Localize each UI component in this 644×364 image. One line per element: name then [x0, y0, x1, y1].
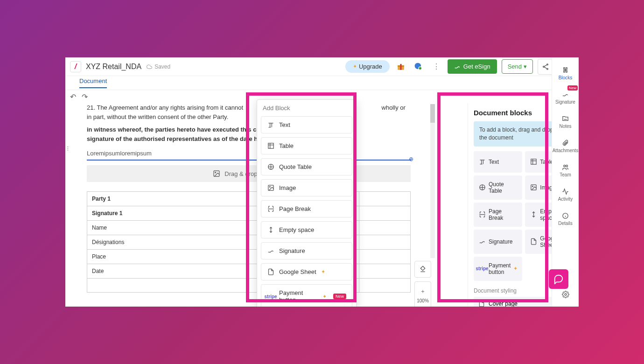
table-row: Place	[87, 250, 411, 264]
add-block-item-image[interactable]: Image	[261, 179, 352, 196]
svg-point-29	[565, 294, 567, 295]
zoom-value: 100%	[417, 298, 429, 303]
saved-indicator: Saved	[146, 63, 170, 70]
add-block-item-google-sheet[interactable]: Google Sheet✦	[261, 263, 352, 280]
quote-table-icon	[267, 163, 274, 170]
signature-icon	[267, 247, 274, 254]
svg-rect-16	[531, 159, 536, 164]
gift-icon[interactable]	[394, 60, 407, 73]
add-block-item-quote-table[interactable]: Quote Table	[261, 158, 352, 175]
svg-point-24	[564, 165, 566, 167]
fill-color-button[interactable]	[414, 261, 431, 278]
get-esign-button[interactable]: Get eSign	[448, 59, 497, 74]
svg-rect-30	[268, 143, 273, 148]
svg-point-25	[566, 165, 568, 167]
image-icon	[267, 184, 274, 191]
table-row: Désignations	[87, 235, 411, 250]
quote-table-icon	[478, 184, 486, 191]
topbar: / XYZ Retail_NDA Saved ✦ Upgrade ⋮ Get e…	[65, 57, 579, 76]
table-row: Name	[87, 221, 411, 235]
table-icon	[267, 142, 274, 149]
scrollbar-thumb[interactable]	[430, 104, 435, 123]
gear-icon	[562, 291, 569, 298]
new-badge: New	[333, 294, 346, 299]
svg-point-14	[215, 172, 216, 173]
sparkle-icon: ✦	[513, 266, 518, 272]
stripe-icon: stripe	[478, 266, 486, 271]
table-row: Signature 1	[87, 206, 411, 221]
document-content[interactable]: 21. The Agreement and/or any rights aris…	[68, 103, 429, 293]
svg-rect-2	[400, 64, 401, 70]
floating-controls: ＋ 100%	[414, 261, 431, 307]
svg-point-7	[547, 68, 548, 70]
chat-fab-button[interactable]	[549, 269, 568, 289]
add-block-popup: Add Block TextTableQuote TableImagePage …	[257, 99, 357, 307]
google-sheet-icon	[267, 268, 274, 275]
table-row	[87, 279, 411, 293]
block-card-text[interactable]: Text	[474, 151, 522, 173]
zoom-in-button[interactable]: ＋	[420, 287, 426, 295]
google-sheet-icon	[530, 238, 537, 245]
stripe-icon: stripe	[267, 294, 274, 299]
add-block-item-empty-space[interactable]: Empty space	[261, 221, 352, 238]
rail-item-attachments[interactable]: Attachments	[552, 134, 579, 158]
text-icon	[267, 121, 274, 128]
document-icon	[478, 301, 485, 307]
user-avatar-icon[interactable]	[412, 60, 425, 73]
chevron-down-icon: ▾	[524, 63, 527, 70]
table-row: Date	[87, 264, 411, 279]
rail-item-details[interactable]: Details	[552, 207, 579, 231]
upgrade-button[interactable]: ✦ Upgrade	[345, 60, 390, 73]
signature-table[interactable]: Party 1 Signature 1 Name Désignations Pl…	[87, 191, 411, 293]
svg-line-8	[544, 65, 546, 66]
table-row: Party 1	[87, 192, 411, 206]
signature-icon	[562, 91, 569, 98]
share-button[interactable]	[538, 59, 553, 75]
document-title[interactable]: XYZ Retail_NDA	[86, 63, 141, 71]
page-break-icon	[267, 205, 274, 212]
redo-button[interactable]: ↷	[82, 92, 88, 101]
add-block-item-text[interactable]: Text	[261, 116, 352, 133]
rail-item-blocks[interactable]: Blocks	[552, 61, 579, 85]
add-block-item-table[interactable]: Table	[261, 137, 352, 154]
paragraph-text: 21. The Agreement and/or any rights aris…	[87, 103, 411, 121]
image-dropzone[interactable]: Drag & drop image file	[87, 165, 411, 182]
popup-title: Add Block	[261, 105, 352, 112]
empty-space-icon	[267, 226, 274, 233]
rail-item-team[interactable]: Team	[552, 158, 579, 182]
svg-point-21	[532, 186, 533, 187]
svg-point-5	[547, 64, 548, 65]
rail-item-activity[interactable]: Activity	[552, 182, 579, 207]
scrollbar[interactable]	[430, 104, 435, 258]
app-logo-icon[interactable]: /	[70, 61, 81, 72]
svg-point-6	[543, 66, 545, 67]
overflow-menu-icon[interactable]: ⋮	[430, 60, 443, 73]
puzzle-icon	[562, 67, 569, 74]
sparkle-icon: ✦	[321, 269, 325, 275]
block-card-stripe[interactable]: stripePayment button✦	[474, 257, 522, 281]
tab-document[interactable]: Document	[79, 77, 107, 88]
app-window: / XYZ Retail_NDA Saved ✦ Upgrade ⋮ Get e…	[65, 57, 579, 307]
paragraph-bold: in witness whereof, the parties hereto h…	[87, 125, 411, 143]
notes-icon	[562, 115, 569, 122]
activity-icon	[562, 188, 569, 195]
rail-item-notes[interactable]: Notes	[552, 110, 579, 134]
table-icon	[530, 158, 537, 165]
svg-point-4	[419, 67, 422, 70]
zoom-control[interactable]: ＋ 100%	[414, 281, 431, 307]
block-card-page-break[interactable]: Page Break	[474, 203, 522, 227]
text-input-value[interactable]: Loremipsumloremipsum	[87, 150, 411, 157]
undo-button[interactable]: ↶	[70, 92, 76, 101]
document-column: 21. The Agreement and/or any rights aris…	[65, 103, 429, 307]
add-block-item-signature[interactable]: Signature	[261, 242, 352, 259]
text-icon	[478, 158, 486, 165]
image-icon	[530, 184, 537, 191]
new-badge: New	[567, 85, 578, 91]
send-button[interactable]: Send ▾	[502, 59, 533, 74]
block-card-signature[interactable]: Signature	[474, 230, 522, 254]
add-block-item-stripe[interactable]: stripePayment button✦New	[261, 284, 352, 307]
block-card-quote-table[interactable]: Quote Table	[474, 175, 522, 200]
svg-point-35	[269, 186, 270, 187]
rail-item-signature[interactable]: NewSignature	[552, 85, 579, 110]
add-block-item-page-break[interactable]: Page Break	[261, 200, 352, 217]
